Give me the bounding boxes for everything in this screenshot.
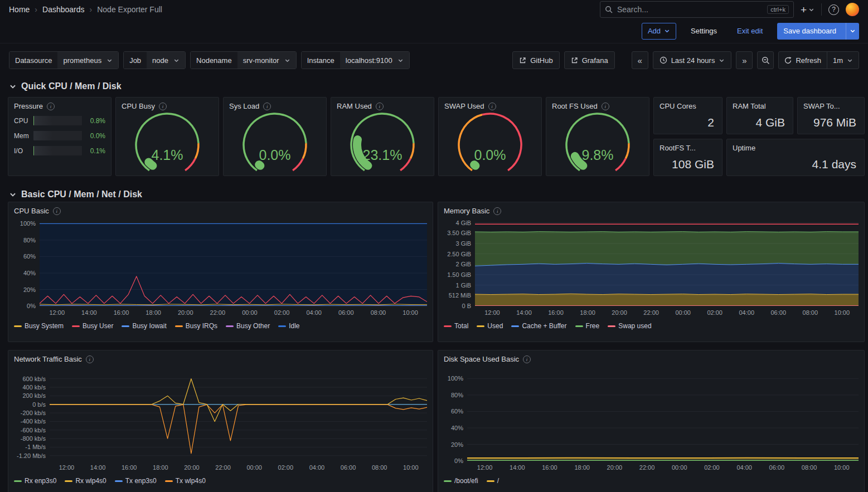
pressure-label: I/O: [14, 147, 29, 155]
section-quick-cpu-mem-disk[interactable]: Quick CPU / Mem / Disk: [9, 81, 859, 91]
refresh-interval-value: 1m: [833, 56, 843, 65]
panel-uptime: Uptime 4.1 days: [726, 139, 865, 176]
time-shift-forward-button[interactable]: [736, 51, 753, 69]
panel-memory-basic: Memory Basic 0 B512 MiB1 GiB1.50 GiB2 Gi…: [438, 202, 865, 342]
network-traffic-plot[interactable]: [50, 374, 427, 461]
legend-item[interactable]: Rx wlp4s0: [65, 477, 106, 485]
y-tick-label: 2 GiB: [455, 261, 471, 267]
y-tick-label: 100%: [20, 220, 36, 227]
datasource-select[interactable]: prometheus: [57, 52, 118, 69]
breadcrumb-current: Node Exporter Full: [97, 5, 162, 14]
legend-item[interactable]: Busy Other: [226, 322, 270, 330]
avatar[interactable]: [846, 3, 859, 16]
info-icon[interactable]: [493, 207, 501, 215]
legend-item[interactable]: Used: [477, 322, 503, 330]
panel-title[interactable]: Uptime: [733, 144, 755, 152]
panel-title[interactable]: RAM Used: [337, 102, 372, 110]
legend-item[interactable]: Cache + Buffer: [511, 322, 566, 330]
panel-title[interactable]: RAM Total: [733, 102, 766, 110]
info-icon[interactable]: [488, 103, 496, 110]
pressure-value: 0.8%: [86, 117, 105, 125]
panel-title[interactable]: Disk Space Used Basic: [444, 355, 519, 363]
chevron-down-icon: [847, 57, 853, 64]
section-basic-cpu-mem-net-disk[interactable]: Basic CPU / Mem / Net / Disk: [9, 189, 859, 199]
github-link-button[interactable]: GitHub: [512, 51, 559, 69]
picker-label: Datasource: [9, 52, 57, 69]
info-icon[interactable]: [47, 103, 55, 110]
legend-item[interactable]: Rx enp3s0: [14, 477, 56, 485]
info-icon[interactable]: [523, 355, 531, 363]
y-tick-label: 80%: [23, 237, 36, 243]
search-input[interactable]: Search... ctrl+k: [600, 1, 794, 18]
legend-item[interactable]: Busy User: [72, 322, 113, 330]
refresh-interval-select[interactable]: 1m: [827, 52, 859, 69]
picker-label: Nodename: [191, 52, 237, 69]
x-tick-label: 14:00: [516, 309, 532, 316]
legend-item[interactable]: Free: [575, 322, 600, 330]
time-range-picker[interactable]: Last 24 hours: [653, 51, 732, 69]
info-icon[interactable]: [602, 103, 609, 110]
legend-item[interactable]: Total: [444, 322, 468, 330]
info-icon[interactable]: [53, 207, 61, 215]
panel-title[interactable]: Sys Load: [229, 102, 259, 110]
instance-select[interactable]: localhost:9100: [340, 52, 409, 69]
x-tick-label: 06:00: [771, 309, 787, 316]
legend-item[interactable]: /: [487, 477, 499, 485]
save-dashboard-button[interactable]: Save dashboard: [777, 23, 859, 40]
add-panel-button[interactable]: Add: [642, 23, 676, 40]
legend-item[interactable]: Swap used: [608, 322, 651, 330]
x-tick-label: 00:00: [672, 464, 687, 471]
info-icon[interactable]: [86, 355, 94, 363]
add-new-button[interactable]: [801, 4, 814, 15]
breadcrumb-dashboards[interactable]: Dashboards: [42, 5, 85, 14]
info-icon[interactable]: [263, 103, 271, 110]
panel-title[interactable]: Root FS Used: [552, 102, 598, 110]
x-tick-label: 12:00: [50, 309, 65, 316]
legend-item[interactable]: Busy System: [14, 322, 64, 330]
chart-canvas: [467, 374, 859, 461]
info-icon[interactable]: [159, 103, 167, 110]
save-options-caret[interactable]: [846, 23, 859, 40]
panel-title[interactable]: Pressure: [14, 102, 43, 110]
panel-title[interactable]: SWAP Used: [444, 102, 484, 110]
job-select[interactable]: node: [147, 52, 185, 69]
x-tick-label: 02:00: [274, 309, 290, 316]
add-panel-label: Add: [648, 27, 661, 35]
memory-basic-plot[interactable]: [475, 220, 859, 306]
panel-title[interactable]: Network Traffic Basic: [14, 355, 82, 363]
legend-item[interactable]: Idle: [278, 322, 299, 330]
x-tick-label: 20:00: [612, 309, 627, 316]
legend-item[interactable]: Tx wlp4s0: [165, 477, 206, 485]
panel-title[interactable]: CPU Cores: [660, 102, 696, 110]
help-icon[interactable]: [828, 4, 839, 15]
series-line: [475, 232, 859, 232]
panel-title[interactable]: CPU Basic: [14, 207, 49, 215]
info-icon[interactable]: [376, 103, 384, 110]
panel-title[interactable]: CPU Busy: [122, 102, 155, 110]
legend-item[interactable]: Tx enp3s0: [115, 477, 157, 485]
series-line: [50, 405, 427, 454]
top-navigation: Home Dashboards Node Exporter Full Searc…: [0, 0, 868, 19]
breadcrumb-separator: [90, 5, 93, 14]
y-tick-label: 400 kb/s: [22, 384, 46, 391]
zoom-out-button[interactable]: [757, 51, 774, 69]
time-shift-back-button[interactable]: [632, 51, 648, 69]
panel-title[interactable]: SWAP To...: [803, 102, 840, 110]
legend-item[interactable]: Busy Iowait: [122, 322, 166, 330]
refresh-button[interactable]: Refresh: [779, 52, 827, 69]
y-tick-label: 100%: [448, 375, 463, 382]
disk-space-plot[interactable]: [467, 374, 859, 461]
breadcrumb-home[interactable]: Home: [9, 5, 30, 14]
y-tick-label: -1 Mb/s: [25, 444, 46, 450]
panel-title[interactable]: RootFS T...: [660, 144, 696, 152]
exit-edit-button[interactable]: Exit edit: [731, 23, 768, 40]
y-tick-label: 3 GiB: [455, 240, 471, 247]
settings-button[interactable]: Settings: [685, 23, 722, 40]
nodename-select[interactable]: srv-monitor: [237, 52, 296, 69]
section-title: Quick CPU / Mem / Disk: [21, 81, 122, 91]
legend-item[interactable]: Busy IRQs: [175, 322, 217, 330]
cpu-basic-plot[interactable]: [40, 220, 427, 306]
grafana-link-button[interactable]: Grafana: [564, 51, 615, 69]
legend-item[interactable]: /boot/efi: [444, 477, 478, 485]
panel-title[interactable]: Memory Basic: [444, 207, 489, 215]
